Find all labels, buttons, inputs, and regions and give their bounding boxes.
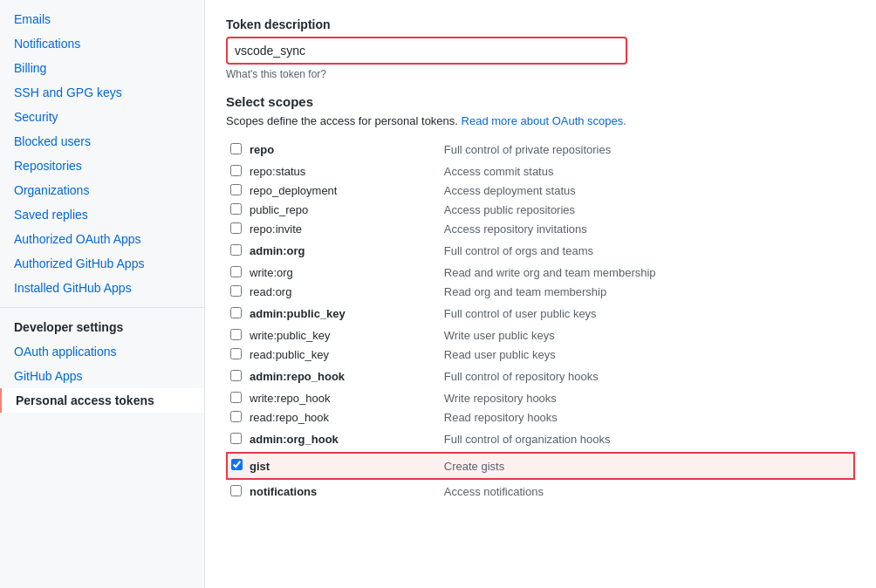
sidebar-item-billing[interactable]: Billing <box>0 56 204 80</box>
scope-checkbox-read:org[interactable] <box>230 285 242 297</box>
scope-name-read:org: read:org <box>246 283 441 302</box>
scope-checkbox-write:public_key[interactable] <box>230 329 242 340</box>
scope-checkbox-cell <box>227 138 246 162</box>
scope-name-repo_deployment: repo_deployment <box>246 181 441 201</box>
main-content: Token description What's this token for?… <box>205 0 876 588</box>
scope-checkbox-repo:invite[interactable] <box>230 222 242 234</box>
scope-row-write:org: write:org Read and write org and team me… <box>227 263 854 283</box>
developer-settings-header: Developer settings <box>0 315 204 339</box>
scope-row-public_repo: public_repo Access public repositories <box>227 201 854 220</box>
scope-checkbox-notifications[interactable] <box>230 485 242 496</box>
scopes-section: Select scopes Scopes define the access f… <box>226 94 855 504</box>
sidebar-item-github-apps-dev[interactable]: GitHub Apps <box>0 364 204 388</box>
scope-name-repo: repo <box>246 138 441 162</box>
scope-checkbox-cell-sub <box>227 263 246 283</box>
sidebar-item-oauth-apps[interactable]: Authorized OAuth Apps <box>0 227 204 251</box>
sidebar-item-organizations[interactable]: Organizations <box>0 178 204 202</box>
scope-name-admin:repo_hook: admin:repo_hook <box>246 365 441 389</box>
scope-checkbox-cell <box>227 302 246 326</box>
scope-checkbox-admin:repo_hook[interactable] <box>230 370 242 381</box>
scope-checkbox-cell-sub <box>227 181 246 201</box>
scope-desc-write:public_key: Write user public keys <box>441 326 854 345</box>
scope-checkbox-cell-sub <box>227 408 246 427</box>
scope-checkbox-admin:org_hook[interactable] <box>230 433 242 444</box>
sidebar-item-security[interactable]: Security <box>0 105 204 129</box>
scope-row-admin:org: admin:org Full control of orgs and teams <box>227 239 854 263</box>
scope-row-gist: gist Create gists <box>227 453 854 479</box>
sidebar-item-notifications[interactable]: Notifications <box>0 31 204 56</box>
scope-desc-admin:org: Full control of orgs and teams <box>441 239 854 263</box>
scope-checkbox-public_repo[interactable] <box>230 203 242 215</box>
token-description-label: Token description <box>226 17 855 31</box>
scope-row-repo:status: repo:status Access commit status <box>227 162 854 181</box>
scope-row-admin:public_key: admin:public_key Full control of user pu… <box>227 302 854 326</box>
scope-checkbox-cell <box>227 479 246 504</box>
scope-checkbox-read:public_key[interactable] <box>230 348 242 359</box>
scope-row-read:org: read:org Read org and team membership <box>227 283 854 302</box>
scope-name-read:public_key: read:public_key <box>246 345 441 365</box>
sidebar-item-installed-github-apps[interactable]: Installed GitHub Apps <box>0 276 204 300</box>
sidebar-item-repositories[interactable]: Repositories <box>0 154 204 178</box>
scopes-description: Scopes define the access for personal to… <box>226 114 855 127</box>
scope-checkbox-cell-sub <box>227 162 246 181</box>
scope-row-write:public_key: write:public_key Write user public keys <box>227 326 854 345</box>
token-description-input[interactable] <box>226 37 627 65</box>
scope-checkbox-cell <box>227 239 246 263</box>
scope-checkbox-repo[interactable] <box>230 143 242 154</box>
scope-checkbox-write:repo_hook[interactable] <box>230 392 242 403</box>
scope-desc-repo_deployment: Access deployment status <box>441 181 854 201</box>
scope-checkbox-cell <box>227 365 246 389</box>
scope-row-notifications: notifications Access notifications <box>227 479 854 504</box>
scope-desc-repo: Full control of private repositories <box>441 138 854 162</box>
scope-name-admin:org_hook: admin:org_hook <box>246 427 441 453</box>
scopes-table: repo Full control of private repositorie… <box>226 138 855 504</box>
scope-desc-notifications: Access notifications <box>441 479 854 504</box>
scope-name-write:public_key: write:public_key <box>246 326 441 345</box>
scope-row-repo:invite: repo:invite Access repository invitation… <box>227 220 854 239</box>
scope-desc-gist: Create gists <box>441 453 854 479</box>
scope-desc-read:repo_hook: Read repository hooks <box>441 408 854 427</box>
scope-checkbox-cell-sub <box>227 220 246 239</box>
scope-desc-public_repo: Access public repositories <box>441 201 854 220</box>
scope-row-write:repo_hook: write:repo_hook Write repository hooks <box>227 389 854 408</box>
scopes-title: Select scopes <box>226 94 855 109</box>
scope-desc-read:org: Read org and team membership <box>441 283 854 302</box>
scope-desc-admin:org_hook: Full control of organization hooks <box>441 427 854 453</box>
scope-desc-repo:invite: Access repository invitations <box>441 220 854 239</box>
scope-checkbox-gist[interactable] <box>231 459 243 470</box>
scope-row-admin:repo_hook: admin:repo_hook Full control of reposito… <box>227 365 854 389</box>
scope-desc-read:public_key: Read user public keys <box>441 345 854 365</box>
sidebar-item-personal-access-tokens[interactable]: Personal access tokens <box>0 388 204 413</box>
scope-checkbox-admin:org[interactable] <box>230 244 242 256</box>
scope-checkbox-cell-sub <box>227 201 246 220</box>
scope-name-admin:org: admin:org <box>246 239 441 263</box>
sidebar-item-saved-replies[interactable]: Saved replies <box>0 202 204 227</box>
scope-checkbox-cell-sub <box>227 283 246 302</box>
scope-checkbox-cell <box>227 427 246 453</box>
scope-checkbox-repo_deployment[interactable] <box>230 184 242 195</box>
sidebar-item-ssh-gpg[interactable]: SSH and GPG keys <box>0 80 204 105</box>
scope-checkbox-cell <box>227 453 246 479</box>
scope-checkbox-repo:status[interactable] <box>230 165 242 176</box>
scope-checkbox-cell-sub <box>227 345 246 365</box>
scope-name-admin:public_key: admin:public_key <box>246 302 441 326</box>
sidebar-item-emails[interactable]: Emails <box>0 7 204 31</box>
scope-desc-admin:repo_hook: Full control of repository hooks <box>441 365 854 389</box>
scope-row-read:public_key: read:public_key Read user public keys <box>227 345 854 365</box>
scope-checkbox-cell-sub <box>227 389 246 408</box>
sidebar-item-authorized-github-apps[interactable]: Authorized GitHub Apps <box>0 251 204 276</box>
scope-row-admin:org_hook: admin:org_hook Full control of organizat… <box>227 427 854 453</box>
scope-checkbox-read:repo_hook[interactable] <box>230 411 242 422</box>
sidebar-item-blocked-users[interactable]: Blocked users <box>0 129 204 154</box>
sidebar-item-oauth-applications[interactable]: OAuth applications <box>0 339 204 364</box>
scope-checkbox-admin:public_key[interactable] <box>230 307 242 318</box>
scope-name-gist: gist <box>246 453 441 479</box>
scope-name-repo:invite: repo:invite <box>246 220 441 239</box>
oauth-scopes-link[interactable]: Read more about OAuth scopes. <box>462 114 626 127</box>
scope-checkbox-write:org[interactable] <box>230 266 242 277</box>
scope-name-public_repo: public_repo <box>246 201 441 220</box>
scope-desc-admin:public_key: Full control of user public keys <box>441 302 854 326</box>
scope-desc-write:repo_hook: Write repository hooks <box>441 389 854 408</box>
scope-name-write:org: write:org <box>246 263 441 283</box>
scope-desc-repo:status: Access commit status <box>441 162 854 181</box>
